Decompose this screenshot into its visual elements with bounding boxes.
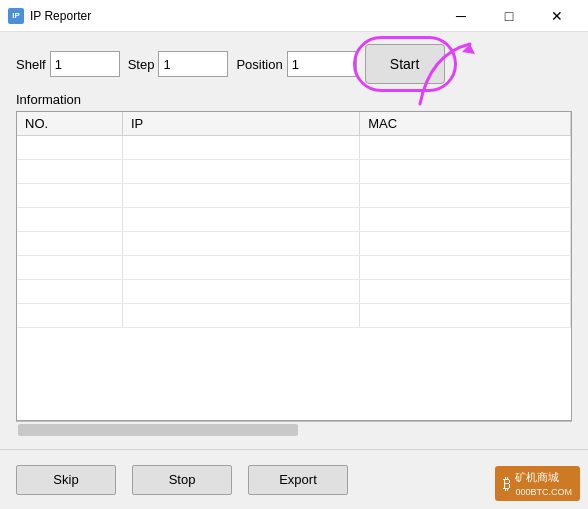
table-cell [122,256,359,280]
app-icon: IP [8,8,24,24]
title-bar: IP IP Reporter ─ □ ✕ [0,0,588,32]
table-cell [122,232,359,256]
table-row [17,256,571,280]
table-cell [122,184,359,208]
table-row [17,184,571,208]
position-label: Position [236,57,282,72]
bottom-bar: Skip Stop Export ₿ 矿机商城000BTC.COM [0,449,588,509]
table-cell [360,256,571,280]
close-button[interactable]: ✕ [534,1,580,31]
table-row [17,232,571,256]
table-cell [17,280,122,304]
table-row [17,160,571,184]
table-cell [17,208,122,232]
app-title: IP Reporter [30,9,438,23]
table-row [17,304,571,328]
table-cell [360,208,571,232]
table-container[interactable]: NO. IP MAC [16,111,572,421]
table-row [17,280,571,304]
position-field-group: Position [236,51,356,77]
export-button[interactable]: Export [248,465,348,495]
table-cell [360,136,571,160]
table-cell [360,160,571,184]
start-button[interactable]: Start [365,44,445,84]
table-cell [122,208,359,232]
table-cell [360,184,571,208]
shelf-input[interactable] [50,51,120,77]
maximize-button[interactable]: □ [486,1,532,31]
table-cell [122,136,359,160]
information-section: Information NO. IP MAC [16,92,572,437]
window-controls: ─ □ ✕ [438,1,580,31]
step-field-group: Step [128,51,229,77]
table-cell [360,280,571,304]
table-row [17,208,571,232]
table-cell [122,304,359,328]
data-table: NO. IP MAC [17,112,571,328]
table-cell [17,232,122,256]
step-label: Step [128,57,155,72]
table-cell [122,160,359,184]
position-input[interactable] [287,51,357,77]
scrollbar-thumb[interactable] [18,424,298,436]
table-header-row: NO. IP MAC [17,112,571,136]
shelf-field-group: Shelf [16,51,120,77]
minimize-button[interactable]: ─ [438,1,484,31]
step-input[interactable] [158,51,228,77]
table-cell [17,304,122,328]
shelf-label: Shelf [16,57,46,72]
top-row: Shelf Step Position Start [16,44,572,84]
table-cell [360,304,571,328]
table-cell [17,136,122,160]
col-header-ip: IP [122,112,359,136]
table-cell [17,160,122,184]
skip-button[interactable]: Skip [16,465,116,495]
table-cell [17,256,122,280]
stop-button[interactable]: Stop [132,465,232,495]
table-cell [17,184,122,208]
svg-marker-0 [462,44,475,54]
watermark: ₿ 矿机商城000BTC.COM [495,466,580,501]
information-label: Information [16,92,572,107]
table-cell [360,232,571,256]
horizontal-scrollbar[interactable] [16,421,572,437]
main-content: Shelf Step Position Start Information [0,32,588,449]
col-header-no: NO. [17,112,122,136]
table-row [17,136,571,160]
table-cell [122,280,359,304]
start-wrapper: Start [365,44,445,84]
col-header-mac: MAC [360,112,571,136]
